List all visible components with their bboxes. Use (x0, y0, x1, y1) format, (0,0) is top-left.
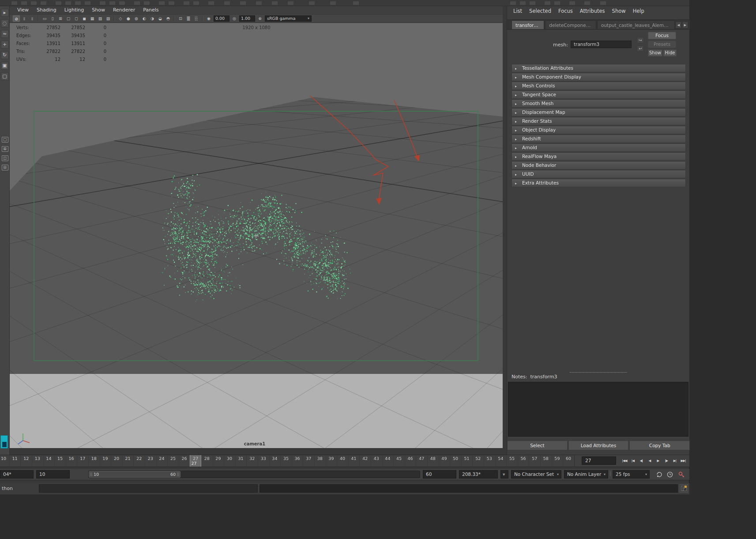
ae-section-tangent-space[interactable]: ▸Tangent Space (512, 90, 686, 99)
camera-bookmark-icon[interactable]: ▯ (49, 15, 56, 22)
step-back-key-button[interactable]: ◀| (637, 456, 645, 466)
move-tool-icon[interactable]: + (1, 41, 9, 49)
go-to-end-button[interactable]: ▶▶| (679, 456, 687, 466)
focus-button[interactable]: Focus (648, 32, 676, 39)
layout-four-pane-icon[interactable]: ⊞ (2, 146, 8, 152)
layout-single-pane-icon[interactable]: ▢ (2, 137, 8, 143)
paint-select-tool-icon[interactable]: ≈ (1, 30, 9, 38)
resolution-gate-icon[interactable]: ◻ (73, 15, 80, 22)
ae-section-render-stats[interactable]: ▸Render Stats (512, 117, 686, 125)
viewport-menu-panels[interactable]: Panels (139, 6, 162, 14)
isolate-select-icon[interactable]: ⊡ (177, 15, 184, 22)
scale-tool-icon[interactable]: ▣ (1, 62, 9, 70)
textured-icon[interactable]: ◍ (133, 15, 140, 22)
step-forward-key-button[interactable]: |▶ (662, 456, 670, 466)
ae-menu-selected[interactable]: Selected (526, 8, 555, 14)
range-slider-track[interactable]: 10 60 (88, 471, 420, 478)
viewport-menu-renderer[interactable]: Renderer (109, 6, 139, 14)
viewport-canvas[interactable]: Verts:27852278520Edges:39435394350Faces:… (10, 23, 503, 448)
ae-section-tessellation-attributes[interactable]: ▸Tessellation Attributes (512, 64, 686, 72)
loop-playback-icon[interactable] (656, 471, 663, 478)
ae-menu-focus[interactable]: Focus (555, 8, 576, 14)
gate-mask-icon[interactable]: ◼ (81, 15, 88, 22)
viewport-menu-shading[interactable]: Shading (33, 6, 60, 14)
lasso-select-tool-icon[interactable]: ◌ (1, 19, 9, 27)
ae-section-displacement-map[interactable]: ▸Displacement Map (512, 108, 686, 117)
animation-preferences-clock-icon[interactable] (666, 471, 673, 478)
ae-section-extra-attributes[interactable]: ▸Extra Attributes (512, 179, 686, 187)
select-button[interactable]: Select (507, 441, 568, 450)
notes-divider[interactable] (570, 372, 627, 373)
show-button[interactable]: Show (648, 49, 662, 57)
marker-a-icon[interactable]: ▮ (21, 15, 28, 22)
select-tool-icon[interactable]: ▸ (1, 9, 9, 17)
anim-layer-dropdown[interactable]: No Anim Layer▾ (564, 470, 608, 479)
auto-keyframe-icon[interactable] (678, 471, 685, 478)
viewport-menu-view[interactable]: View (13, 6, 33, 14)
animation-end-field[interactable]: 208.33* (459, 470, 498, 479)
fps-dropdown[interactable]: 25 fps▾ (613, 470, 650, 479)
tab-scroll-left-icon[interactable]: ◀ (676, 22, 681, 28)
layout-two-pane-icon[interactable]: ◫ (2, 155, 8, 161)
use-all-lights-icon[interactable]: ◐ (141, 15, 148, 22)
notes-textarea[interactable] (508, 382, 688, 437)
step-forward-frame-button[interactable]: ▶| (671, 456, 679, 466)
hide-button[interactable]: Hide (663, 49, 677, 57)
ae-section-redshift[interactable]: ▸Redshift (512, 135, 686, 143)
ae-tab-transform3[interactable]: transform3 (512, 20, 544, 29)
go-to-start-button[interactable]: |◀◀ (621, 456, 628, 466)
viewport-menu-lighting[interactable]: Lighting (60, 6, 88, 14)
ae-menu-show[interactable]: Show (609, 8, 629, 14)
xray-icon[interactable]: ▒ (185, 15, 192, 22)
output-connection-icon[interactable]: ↩ (637, 45, 644, 52)
character-set-dropdown[interactable]: No Character Set▾ (511, 470, 561, 479)
command-input-field[interactable] (39, 484, 258, 493)
range-grip-left-icon[interactable] (90, 472, 92, 476)
playback-start-field[interactable]: 10 (36, 470, 70, 479)
marker-b-icon[interactable]: ▮ (29, 15, 36, 22)
rotate-tool-icon[interactable]: ↻ (1, 51, 9, 59)
ae-menu-list[interactable]: List (510, 8, 526, 14)
ae-menu-help[interactable]: Help (629, 8, 648, 14)
ae-tab-output-castle-leaves-alembicnode[interactable]: output_castle_leaves_AlembicNode (597, 20, 675, 29)
load-attributes-button[interactable]: Load Attributes (568, 441, 629, 450)
shadows-icon[interactable]: ◑ (149, 15, 156, 22)
range-grip-right-icon[interactable] (177, 472, 179, 476)
range-slider-handle[interactable]: 10 60 (89, 471, 181, 478)
play-backwards-button[interactable]: ◀ (646, 456, 654, 466)
joint-xray-icon[interactable]: ░ (193, 15, 200, 22)
playback-options-caret[interactable]: ▾ (500, 470, 508, 479)
current-frame-field[interactable]: 27 (582, 456, 616, 465)
exposure-icon[interactable]: ◉ (205, 15, 212, 22)
ae-tab-deletecomponent1[interactable]: deleteComponent1 (545, 20, 596, 29)
snap-off-icon[interactable]: ⊘ (13, 15, 20, 22)
step-back-frame-button[interactable]: |◀ (629, 456, 637, 466)
film-gate-icon[interactable]: ▢ (65, 15, 72, 22)
play-forwards-button[interactable]: ▶ (654, 456, 662, 466)
ae-section-node-behavior[interactable]: ▸Node Behavior (512, 161, 686, 170)
safe-action-icon[interactable]: ▧ (97, 15, 104, 22)
ae-section-realflow-maya[interactable]: ▸RealFlow Maya (512, 152, 686, 161)
color-management-icon[interactable]: ⊕ (256, 15, 263, 22)
viewport-menu-show[interactable]: Show (88, 6, 109, 14)
field-chart-icon[interactable]: ▦ (89, 15, 96, 22)
motion-blur-icon[interactable]: ◓ (165, 15, 172, 22)
ae-section-arnold[interactable]: ▸Arnold (512, 143, 686, 152)
time-slider-track[interactable]: 1011121314151617181920212223242526272829… (0, 455, 575, 467)
command-language-label[interactable]: thon (2, 483, 13, 494)
last-tool-icon[interactable]: ▢ (1, 72, 9, 80)
camera-settings-icon[interactable]: ⊞ (57, 15, 64, 22)
occlusion-icon[interactable]: ◒ (157, 15, 164, 22)
wireframe-icon[interactable]: ◇ (117, 15, 124, 22)
ae-section-mesh-controls[interactable]: ▸Mesh Controls (512, 82, 686, 90)
ae-section-mesh-component-display[interactable]: ▸Mesh Component Display (512, 73, 686, 81)
ae-section-smooth-mesh[interactable]: ▸Smooth Mesh (512, 99, 686, 108)
tab-scroll-right-icon[interactable]: ▶ (682, 22, 688, 28)
playback-end-field[interactable]: 60 (423, 470, 456, 479)
image-plane-icon[interactable]: ▭ (41, 15, 48, 22)
gamma-icon[interactable]: ◎ (231, 15, 238, 22)
shaded-icon[interactable]: ● (125, 15, 132, 22)
layout-three-pane-icon[interactable]: ⊟ (2, 165, 8, 170)
copy-tab-button[interactable]: Copy Tab (629, 441, 690, 450)
script-editor-button[interactable] (680, 484, 688, 493)
